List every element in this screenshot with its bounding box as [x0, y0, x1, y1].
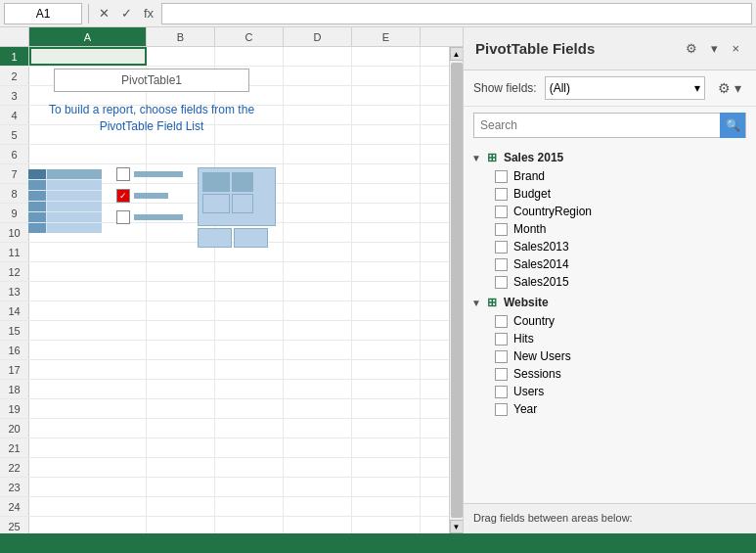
confirm-formula-icon[interactable]: ✓	[117, 4, 136, 23]
close-panel-button[interactable]: ×	[727, 38, 744, 59]
panel-settings-gear-icon[interactable]: ⚙ ▾	[713, 78, 746, 98]
formula-divider	[88, 4, 89, 23]
field-checkbox-countryregion[interactable]	[495, 206, 508, 218]
field-label-budget: Budget	[513, 187, 551, 201]
table-row: 3	[0, 86, 449, 106]
vertical-scrollbar[interactable]: ▲ ▼	[449, 47, 463, 533]
col-header-e[interactable]: E	[352, 27, 421, 46]
formula-bar: A1 ✕ ✓ fx	[0, 0, 756, 27]
field-label-month: Month	[513, 222, 546, 236]
tree-group-sales2015: ▼ ⊞ Sales 2015 Brand Budget Country	[464, 148, 756, 291]
list-item[interactable]: Budget	[464, 185, 756, 203]
table-row: 23	[0, 478, 449, 497]
list-item[interactable]: Country	[464, 312, 756, 330]
formula-input[interactable]	[161, 3, 752, 24]
drag-instruction: Drag fields between areas below:	[473, 512, 746, 524]
table-row: 8	[0, 184, 449, 204]
list-item[interactable]: Sales2013	[464, 238, 756, 255]
table-row: 2	[0, 67, 449, 86]
panel-title: PivotTable Fields	[475, 40, 595, 57]
tree-collapse-icon[interactable]: ▼	[471, 153, 481, 163]
list-item[interactable]: Month	[464, 220, 756, 238]
field-checkbox-country[interactable]	[495, 315, 508, 328]
scrollbar-thumb[interactable]	[451, 63, 463, 518]
spreadsheet-area: A B C D E 1	[0, 27, 463, 533]
status-bar	[0, 533, 756, 553]
scrollbar-down-button[interactable]: ▼	[450, 520, 464, 533]
field-checkbox-sales2013[interactable]	[495, 241, 508, 253]
cell-d1[interactable]	[284, 47, 352, 66]
cell-a1[interactable]	[29, 47, 147, 66]
list-item[interactable]: Brand	[464, 167, 756, 185]
list-item[interactable]: Sessions	[464, 365, 756, 383]
app-container: A1 ✕ ✓ fx A B C D E	[0, 0, 756, 553]
table-row: 15	[0, 321, 449, 341]
field-checkbox-budget[interactable]	[495, 188, 508, 201]
col-header-d[interactable]: D	[284, 27, 352, 46]
field-checkbox-sales2014[interactable]	[495, 258, 508, 271]
tree-group-header-website[interactable]: ▼ ⊞ Website	[464, 293, 756, 312]
cancel-formula-icon[interactable]: ✕	[95, 4, 113, 23]
field-checkbox-hits[interactable]	[495, 333, 508, 346]
main-area: A B C D E 1	[0, 27, 756, 533]
table-row: 14	[0, 301, 449, 321]
table-icon: ⊞	[487, 151, 497, 164]
list-item[interactable]: Sales2015	[464, 273, 756, 291]
tree-group-website: ▼ ⊞ Website Country Hits New Users	[464, 293, 756, 418]
table-row: 6	[0, 145, 449, 164]
list-item[interactable]: Sales2014	[464, 255, 756, 273]
field-checkbox-newusers[interactable]	[495, 350, 508, 363]
grid-rows-area: 1 2 3 4 5 6 7 8	[0, 47, 449, 533]
field-checkbox-month[interactable]	[495, 223, 508, 236]
cell-e1[interactable]	[352, 47, 421, 66]
table-row: 20	[0, 419, 449, 438]
field-checkbox-sessions[interactable]	[495, 368, 508, 381]
table-row: 21	[0, 438, 449, 458]
field-checkbox-sales2015[interactable]	[495, 276, 508, 289]
show-fields-dropdown[interactable]: (All) ▾	[545, 76, 705, 100]
table-row: 16	[0, 341, 449, 360]
field-checkbox-brand[interactable]	[495, 170, 508, 183]
row-num: 1	[0, 47, 29, 66]
grid-scroll-area: 1 2 3 4 5 6 7 8	[0, 47, 463, 533]
list-item[interactable]: CountryRegion	[464, 203, 756, 220]
row-num-corner	[0, 27, 29, 46]
settings-icon[interactable]: ⚙	[681, 38, 702, 59]
fx-icon[interactable]: fx	[140, 4, 157, 23]
col-header-a[interactable]: A	[29, 27, 147, 46]
field-label-country: Country	[513, 314, 555, 328]
tree-collapse-icon[interactable]: ▼	[471, 298, 481, 308]
field-label-newusers: New Users	[513, 349, 571, 363]
group-label-website: Website	[504, 296, 549, 309]
panel-header: PivotTable Fields ⚙ ▾ ×	[464, 27, 756, 70]
cell-c1[interactable]	[215, 47, 284, 66]
col-header-c[interactable]: C	[215, 27, 284, 46]
dropdown-arrow-icon[interactable]: ▾	[706, 38, 723, 59]
table-row: 19	[0, 399, 449, 419]
field-checkbox-users[interactable]	[495, 386, 508, 398]
tree-group-header-sales2015[interactable]: ▼ ⊞ Sales 2015	[464, 148, 756, 167]
search-input[interactable]	[474, 118, 720, 132]
cell-reference-box[interactable]: A1	[4, 3, 82, 24]
show-fields-label: Show fields:	[473, 81, 537, 95]
field-label-hits: Hits	[513, 332, 534, 346]
table-row: 10	[0, 223, 449, 243]
panel-bottom: Drag fields between areas below:	[464, 503, 756, 533]
table-icon: ⊞	[487, 296, 497, 309]
col-header-b[interactable]: B	[147, 27, 215, 46]
list-item[interactable]: New Users	[464, 347, 756, 365]
table-row: 1	[0, 47, 449, 67]
field-label-sales2013: Sales2013	[513, 240, 569, 253]
list-item[interactable]: Users	[464, 383, 756, 400]
search-icon: 🔍	[726, 118, 740, 132]
search-button[interactable]: 🔍	[720, 113, 745, 138]
list-item[interactable]: Hits	[464, 330, 756, 347]
cell-b1[interactable]	[147, 47, 215, 66]
field-label-users: Users	[513, 385, 544, 398]
table-row: 22	[0, 458, 449, 478]
list-item[interactable]: Year	[464, 400, 756, 418]
scrollbar-up-button[interactable]: ▲	[450, 47, 464, 61]
field-checkbox-year[interactable]	[495, 403, 508, 416]
table-row: 5	[0, 125, 449, 145]
search-container: 🔍	[473, 113, 746, 138]
